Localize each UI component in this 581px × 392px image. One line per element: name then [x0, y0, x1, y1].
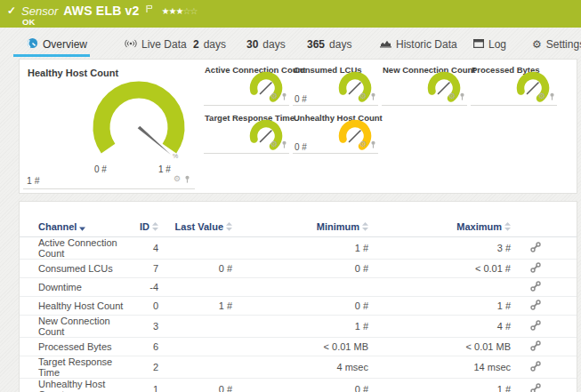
sort-desc-icon [79, 227, 85, 231]
tab-label: Historic Data [396, 38, 457, 51]
channel-maximum: < 0.01 MB [368, 337, 511, 356]
channel-minimum: 4 msec [232, 356, 368, 378]
channel-last-value: 1 # [158, 296, 232, 315]
channel-name[interactable]: Downtime [20, 277, 126, 296]
channel-settings-wrench-icon[interactable] [530, 242, 541, 254]
tab-label: days [204, 38, 226, 51]
table-row: Downtime -4 [20, 277, 577, 296]
gauge-panel-target-response-time: Target Response Time ⚙ [204, 113, 289, 154]
pin-icon[interactable] [184, 171, 190, 187]
gauge-panel-processed-bytes: Processed Bytes ⚙ [471, 65, 557, 106]
tab-2-days[interactable]: 2 days [193, 34, 226, 55]
channel-gear-icon[interactable]: ⚙ [173, 175, 181, 183]
tab-overview[interactable]: Overview [27, 34, 87, 55]
tab-settings[interactable]: ⚙ Settings [532, 34, 581, 55]
tab-number: 365 [307, 38, 325, 51]
channel-id: 6 [126, 337, 158, 356]
channel-name[interactable]: Active Connection Count [20, 236, 126, 259]
tab-live-data[interactable]: Live Data [125, 34, 187, 55]
channel-name[interactable]: Unhealthy Host Count [20, 378, 126, 392]
tab-label: Settings [546, 38, 581, 51]
tab-bar: Overview Live Data 2 days 30 days 365 da… [0, 34, 581, 57]
channel-settings-wrench-icon[interactable] [530, 320, 541, 332]
channel-gear-icon[interactable]: ⚙ [270, 140, 278, 148]
channel-last-value: 0 # [158, 259, 232, 277]
gauge-panel-new-connection-count: New Connection Count ⚙ [382, 65, 467, 106]
pin-icon[interactable] [549, 88, 555, 104]
active-tab-indicator [13, 54, 90, 57]
column-header-maximum[interactable]: Maximum [368, 217, 511, 236]
channel-settings-wrench-icon[interactable] [530, 300, 541, 312]
pin-icon[interactable] [281, 136, 287, 152]
pin-icon[interactable] [459, 88, 465, 104]
channel-name[interactable]: Consumed LCUs [20, 259, 126, 277]
channel-gear-icon[interactable]: ⚙ [359, 140, 367, 148]
table-row: Consumed LCUs 7 0 # 0 # < 0.01 # [20, 259, 577, 277]
table-row: Healthy Host Count 0 1 # 0 # 1 # [20, 296, 577, 315]
channel-last-value [158, 356, 232, 378]
channel-name[interactable]: Healthy Host Count [20, 296, 126, 315]
pin-icon[interactable] [370, 88, 376, 104]
tab-label: Log [488, 38, 506, 51]
channel-minimum: 0 # [232, 259, 368, 277]
channel-minimum [232, 277, 368, 296]
tab-historic-data[interactable]: Historic Data [380, 34, 457, 55]
priority-stars[interactable]: ★★★☆☆ [162, 6, 198, 16]
column-header-channel[interactable]: Channel [20, 217, 126, 236]
tab-label: Overview [43, 38, 87, 51]
tab-label: days [329, 38, 351, 51]
channel-maximum: 14 msec [368, 356, 511, 378]
table-row: Processed Bytes 6 < 0.01 MB < 0.01 MB [20, 337, 577, 356]
channel-name[interactable]: Target Response Time [20, 356, 126, 378]
sort-icon [226, 222, 232, 231]
stars-filled: ★★★ [162, 6, 183, 16]
column-header-minimum[interactable]: Minimum [232, 217, 368, 236]
tab-log[interactable]: Log [473, 34, 506, 55]
channel-settings-wrench-icon[interactable] [530, 281, 541, 293]
table-row: Unhealthy Host Count 1 0 # 0 # 1 # [20, 378, 577, 392]
tab-30-days[interactable]: 30 days [246, 34, 286, 55]
column-header-actions [511, 217, 577, 236]
gauge-icon [27, 37, 38, 52]
area-chart-icon [380, 38, 391, 51]
tab-365-days[interactable]: 365 days [307, 34, 351, 55]
gauge-panel-consumed-lcus: Consumed LCUs 0 # ⚙ [293, 65, 378, 106]
primary-gauge [85, 76, 192, 161]
pin-icon[interactable] [370, 136, 376, 152]
channel-name[interactable]: New Connection Count [20, 315, 126, 337]
channel-gear-icon[interactable]: ⚙ [359, 92, 367, 100]
channel-gear-icon[interactable]: ⚙ [538, 92, 545, 100]
channel-id: 4 [126, 236, 158, 259]
sort-icon [362, 222, 368, 231]
column-header-id[interactable]: ID [126, 217, 158, 236]
channel-id: -4 [126, 277, 158, 296]
channel-last-value [158, 337, 232, 356]
tab-label: days [262, 38, 285, 51]
channel-id: 1 [126, 378, 158, 392]
column-header-last-value[interactable]: Last Value [158, 217, 232, 236]
overview-gauges-card: Healthy Host Count % 0 # 1 # 1 # ⚙ Activ… [19, 59, 577, 194]
channel-gear-icon[interactable]: ⚙ [270, 92, 278, 100]
channel-minimum: 0 # [232, 296, 368, 315]
tab-number: 30 [246, 38, 258, 51]
sort-icon [152, 222, 158, 231]
channel-id: 2 [126, 356, 158, 378]
tab-label: Live Data [141, 38, 187, 51]
gauge-current-value: 0 # [295, 94, 307, 104]
channel-last-value [158, 315, 232, 337]
channel-settings-wrench-icon[interactable] [530, 262, 541, 275]
tab-number: 2 [193, 38, 199, 51]
channel-maximum: 1 # [368, 378, 511, 392]
gauge-scale-min: 0 # [94, 164, 107, 174]
status-ok-check-icon: ✓ [7, 5, 16, 16]
pin-icon[interactable] [281, 88, 287, 104]
gauge-needle [528, 83, 539, 94]
channel-id: 7 [126, 259, 158, 277]
channel-settings-wrench-icon[interactable] [530, 383, 541, 392]
channel-gear-icon[interactable]: ⚙ [448, 92, 456, 100]
channel-name[interactable]: Processed Bytes [20, 337, 126, 356]
log-table-icon [473, 38, 484, 51]
channel-settings-wrench-icon[interactable] [530, 361, 541, 373]
priority-flag-icon[interactable] [146, 1, 153, 17]
channel-settings-wrench-icon[interactable] [530, 340, 541, 353]
